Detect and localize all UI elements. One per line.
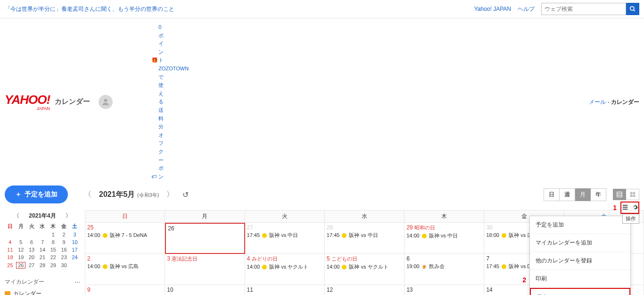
calendar-cell[interactable]: 1318:00 阪神 vs 中日	[405, 285, 484, 295]
minical-day[interactable]: 6	[26, 238, 37, 246]
minical-day[interactable]: 23	[58, 253, 69, 261]
minical-day[interactable]: 14	[37, 246, 48, 253]
minical-day[interactable]: 2	[58, 231, 69, 238]
minical-prev-button[interactable]: 〈	[14, 212, 19, 220]
calendar-cell[interactable]: 619:00 🍺 飲み会	[405, 254, 484, 285]
minical-day[interactable]	[37, 231, 48, 238]
user-name	[116, 99, 137, 106]
logo-text: YAHOO!	[5, 93, 50, 107]
minical-day[interactable]: 26	[16, 261, 26, 270]
today-button[interactable]: ↺	[182, 190, 189, 199]
menu-item[interactable]: 予定を追加	[530, 216, 630, 234]
calendar-cell[interactable]: 2817:45 阪神 vs 中日	[325, 223, 405, 254]
minical-day[interactable]: 9	[58, 238, 69, 246]
top-news-link[interactable]: 「今は世界が半分に」養老孟司さんに聞く、もう半分の世界のこと	[5, 5, 174, 13]
calendar-cell[interactable]: 4 みどりの日14:00 阪神 vs ヤクルト	[245, 254, 325, 285]
minical-day[interactable]: 7	[37, 238, 48, 246]
svg-rect-8	[630, 195, 632, 197]
add-event-button[interactable]: ＋予定を追加	[5, 185, 68, 203]
calendar-cell[interactable]: 10	[165, 285, 245, 295]
menu-item[interactable]: 予定をエクスポート	[530, 288, 630, 295]
minical-day[interactable]: 29	[48, 261, 58, 270]
calendar-cell[interactable]: 1118:00 阪神 vs 中日	[245, 285, 325, 295]
calendar-cell[interactable]: 914:00 阪神 vs DeNA	[85, 285, 165, 295]
calendar-cell[interactable]: 29 昭和の日14:00 阪神 vs 中日	[405, 223, 484, 254]
event-item[interactable]: 19:00 🍺 飲み会	[406, 263, 482, 270]
settings-button[interactable]	[632, 204, 638, 212]
minical-day[interactable]: 13	[26, 246, 37, 253]
minical-day[interactable]: 28	[37, 261, 48, 270]
dow-header: 木	[405, 211, 484, 223]
search-button[interactable]	[626, 3, 639, 15]
calendar-cell[interactable]: 1218:00 阪神 vs 中日	[325, 285, 405, 295]
minical-day[interactable]: 12	[16, 246, 26, 253]
minical-day[interactable]: 20	[26, 253, 37, 261]
calendar-cell[interactable]: 3 憲法記念日	[165, 254, 245, 285]
minical-day[interactable]: 4	[5, 238, 16, 246]
calendar-item[interactable]: カレンダー	[5, 288, 80, 295]
menu-item[interactable]: 印刷	[530, 270, 630, 288]
mycalendar-heading: マイカレンダー	[5, 278, 44, 286]
minical-day[interactable]: 15	[48, 246, 58, 253]
minical-day[interactable]: 21	[37, 253, 48, 261]
menu-button[interactable]	[621, 204, 629, 212]
context-menu: 予定を追加マイカレンダーを追加他のカレンダーを登録印刷予定をエクスポート	[529, 216, 631, 295]
minical-day[interactable]: 24	[69, 253, 80, 261]
mycalendar-more-button[interactable]: ⋯	[74, 279, 80, 286]
view-list-button[interactable]	[613, 189, 626, 200]
minical-day[interactable]: 19	[16, 253, 26, 261]
view-grid-button[interactable]	[626, 189, 639, 200]
event-item[interactable]: 14:00 阪神 vs ヤクルト	[327, 263, 402, 270]
minical-day[interactable]: 17	[69, 246, 80, 253]
minical-day[interactable]: 8	[48, 238, 58, 246]
annotation-1: 1	[613, 204, 617, 211]
mail-link[interactable]: メール	[589, 99, 606, 105]
next-month-button[interactable]: 〉	[165, 189, 176, 200]
event-item[interactable]: 17:45 阪神 vs 中日	[247, 232, 322, 238]
event-item[interactable]: 14:00 阪神 vs 広島	[87, 263, 163, 270]
minical-day[interactable]	[69, 261, 80, 270]
minical-day[interactable]: 11	[5, 246, 16, 253]
svg-line-1	[634, 10, 635, 11]
avatar[interactable]	[99, 95, 113, 109]
view-year-button[interactable]: 年	[591, 188, 606, 201]
minical-day[interactable]	[26, 231, 37, 238]
minical-day[interactable]: 22	[48, 253, 58, 261]
prev-month-button[interactable]: 〈	[82, 189, 93, 200]
minical-day[interactable]: 5	[16, 238, 26, 246]
menu-item[interactable]: マイカレンダーを追加	[530, 234, 630, 252]
calendar-cell[interactable]: 2717:45 阪神 vs 中日	[245, 223, 325, 254]
view-day-button[interactable]: 日	[544, 188, 560, 201]
minical-day[interactable]: 3	[69, 231, 80, 238]
menu-item[interactable]: 他のカレンダーを登録	[530, 252, 630, 270]
minical-day[interactable]: 18	[5, 253, 16, 261]
view-week-button[interactable]: 週	[560, 188, 575, 201]
event-item[interactable]: 14:00 阪神 vs 中日	[406, 232, 482, 239]
minical-day[interactable]: 27	[26, 261, 37, 270]
minical-day[interactable]: 1	[48, 231, 58, 238]
event-item[interactable]: 14:00 阪神 7 - 5 DeNA	[87, 232, 163, 238]
minical-day[interactable]	[5, 231, 16, 238]
calendar-cell[interactable]: 2514:00 阪神 7 - 5 DeNA	[85, 223, 165, 254]
minical-day[interactable]	[16, 231, 26, 238]
calendar-cell[interactable]: 5 こどもの日14:00 阪神 vs ヤクルト	[325, 254, 405, 285]
view-month-button[interactable]: 月	[575, 188, 591, 201]
minical-day[interactable]: 10	[69, 238, 80, 246]
minical-day[interactable]: 16	[58, 246, 69, 253]
event-item[interactable]: 14:00 阪神 vs ヤクルト	[247, 263, 322, 270]
calendar-cell[interactable]: 26	[165, 223, 245, 254]
yahoo-japan-link[interactable]: Yahoo! JAPAN	[474, 6, 511, 12]
event-item[interactable]: 17:45 阪神 vs 中日	[327, 232, 402, 238]
points-link[interactable]: 🎁 0ポイント	[151, 57, 164, 63]
minical-next-button[interactable]: 〉	[66, 212, 71, 220]
hamburger-icon	[621, 204, 629, 211]
search-input[interactable]	[541, 3, 626, 15]
search-icon	[629, 6, 636, 12]
help-link[interactable]: ヘルプ	[518, 5, 535, 13]
minical-day[interactable]: 25	[5, 261, 16, 270]
annotation-2: 2	[522, 276, 526, 284]
minical-day[interactable]: 30	[58, 261, 69, 270]
calendar-cell[interactable]: 214:00 阪神 vs 広島	[85, 254, 165, 285]
coupon-link[interactable]: 🏷 ZOZOTOWNで使える送料分オフクーポン	[151, 174, 164, 179]
logo[interactable]: YAHOO! JAPAN カレンダー	[5, 93, 90, 112]
